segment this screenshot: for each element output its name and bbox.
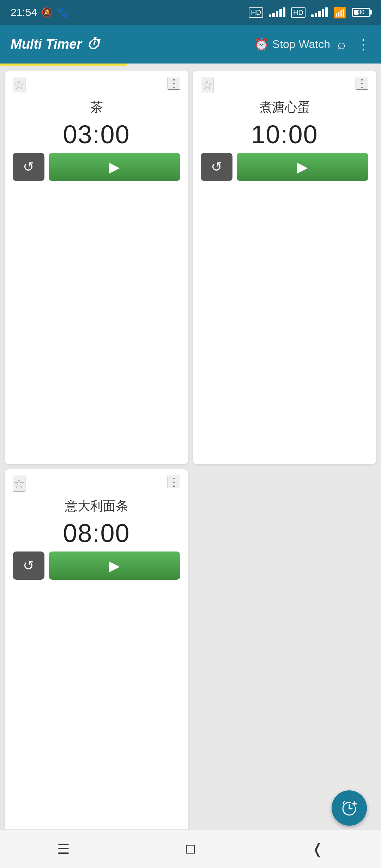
- home-icon: □: [186, 841, 195, 857]
- stopwatch-nav-item[interactable]: ⏰ Stop Watch: [254, 37, 330, 51]
- card-header-2: ☆ ⋮: [201, 77, 368, 93]
- battery-text: 30: [353, 9, 369, 16]
- search-button[interactable]: ⌕: [337, 36, 346, 52]
- app-title: Multi Timer ⏱: [11, 36, 247, 52]
- timer-name-2: 煮溏心蛋: [201, 99, 368, 116]
- app-title-text: Multi Timer: [11, 37, 82, 52]
- stopwatch-label: Stop Watch: [272, 38, 330, 51]
- add-timer-fab[interactable]: [332, 790, 367, 826]
- reset-icon-3: ↺: [23, 558, 34, 573]
- play-icon-1: ▶: [109, 159, 120, 175]
- timer-icon: ⏱: [86, 36, 100, 52]
- favorite-button-2[interactable]: ☆: [201, 77, 213, 93]
- card-buttons-2: ↺ ▶: [201, 153, 368, 181]
- play-button-1[interactable]: ▶: [49, 153, 180, 181]
- hd-badge-1: HD: [249, 7, 263, 18]
- timer-display-1: 03:00: [13, 122, 180, 147]
- play-button-3[interactable]: ▶: [49, 551, 180, 580]
- nav-action-icons: ⌕ ⋮: [337, 36, 370, 52]
- search-icon: ⌕: [337, 36, 346, 52]
- fab-add-alarm-icon: [339, 798, 359, 818]
- play-icon-3: ▶: [109, 557, 120, 574]
- alarm-icon: ⏰: [254, 37, 269, 51]
- timer-card-2: ☆ ⋮ 煮溏心蛋 10:00 ↺ ▶: [193, 71, 376, 464]
- timer-card-1: ☆ ⋮ 茶 03:00 ↺ ▶: [5, 71, 188, 464]
- menu-icon: ☰: [57, 841, 70, 857]
- card-header-1: ☆ ⋮: [13, 77, 180, 93]
- more-options-button[interactable]: ⋮: [356, 36, 370, 52]
- nav-bar: Multi Timer ⏱ ⏰ Stop Watch ⌕ ⋮: [0, 25, 381, 64]
- timer-card-3: ☆ ⋮ 意大利面条 08:00 ↺ ▶: [5, 469, 188, 863]
- menu-button[interactable]: ☰: [46, 838, 81, 860]
- reset-button-1[interactable]: ↺: [13, 153, 44, 181]
- battery-indicator: 30: [352, 8, 370, 17]
- back-button[interactable]: ❬: [300, 838, 335, 860]
- status-left: 21:54 🔕 🐾: [11, 6, 68, 18]
- more-options-button-1[interactable]: ⋮: [168, 77, 180, 90]
- status-bar: 21:54 🔕 🐾 HD HD 📶 30: [0, 0, 381, 25]
- reset-icon-1: ↺: [23, 159, 34, 175]
- reset-button-3[interactable]: ↺: [13, 551, 44, 580]
- bottom-nav: ☰ □ ❬: [0, 829, 381, 868]
- back-icon: ❬: [312, 841, 323, 857]
- mute-icon: 🔕: [41, 7, 53, 18]
- wifi-icon: 📶: [333, 6, 346, 19]
- favorite-button-1[interactable]: ☆: [13, 77, 25, 93]
- timer-name-3: 意大利面条: [13, 498, 180, 515]
- home-button[interactable]: □: [173, 838, 208, 860]
- card-header-3: ☆ ⋮: [13, 476, 180, 492]
- signal-strength-2: [311, 7, 328, 17]
- play-icon-2: ▶: [297, 159, 308, 175]
- timer-display-3: 08:00: [13, 520, 180, 546]
- more-vert-icon: ⋮: [356, 36, 370, 52]
- timer-grid: ☆ ⋮ 茶 03:00 ↺ ▶ ☆ ⋮ 煮溏心蛋 10:00 ↺ ▶: [0, 66, 381, 868]
- more-options-button-2[interactable]: ⋮: [356, 77, 368, 90]
- timer-display-2: 10:00: [201, 122, 368, 147]
- reset-button-2[interactable]: ↺: [201, 153, 232, 181]
- play-button-2[interactable]: ▶: [237, 153, 368, 181]
- timer-name-1: 茶: [13, 99, 180, 116]
- favorite-button-3[interactable]: ☆: [13, 476, 25, 492]
- card-buttons-3: ↺ ▶: [13, 551, 180, 580]
- status-right: HD HD 📶 30: [249, 6, 370, 19]
- nfc-icon: 🐾: [57, 7, 68, 18]
- status-time: 21:54: [11, 6, 37, 18]
- reset-icon-2: ↺: [211, 159, 222, 175]
- hd-badge-2: HD: [291, 7, 306, 18]
- more-options-button-3[interactable]: ⋮: [168, 476, 180, 488]
- card-buttons-1: ↺ ▶: [13, 153, 180, 181]
- signal-strength-1: [269, 7, 285, 17]
